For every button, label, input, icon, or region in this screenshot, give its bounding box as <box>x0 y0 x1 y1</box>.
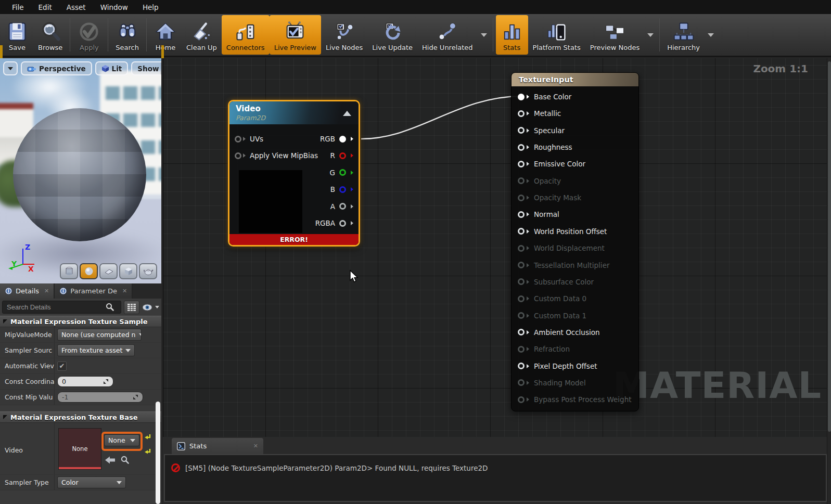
input-pin[interactable] <box>518 363 525 369</box>
output-pin[interactable] <box>339 186 346 193</box>
preview-shape-sphere-button[interactable] <box>80 263 98 279</box>
livepreview-button[interactable]: Live Preview <box>270 15 321 55</box>
scrollbar-thumb[interactable] <box>156 402 160 504</box>
input-pin[interactable] <box>518 211 525 218</box>
liveupdate-button[interactable]: Live Update <box>367 15 417 55</box>
material-pin-specular: Specular <box>518 122 634 139</box>
preview-shape-cube-button[interactable] <box>119 263 137 279</box>
cleanup-button[interactable]: Clean Up <box>182 15 222 55</box>
input-pin[interactable] <box>518 396 525 403</box>
output-pin[interactable] <box>339 136 346 143</box>
output-pin[interactable] <box>339 220 346 227</box>
numeric-field[interactable]: -1 <box>57 392 143 403</box>
stats-error-row[interactable]: [SM5] (Node TextureSampleParameter2D) Pa… <box>171 463 488 472</box>
hideunrelated-button[interactable]: Hide Unrelated <box>417 15 478 55</box>
output-pin[interactable] <box>339 152 346 159</box>
material-output-node[interactable]: TextureInput Base ColorMetallicSpecularR… <box>511 72 639 411</box>
browse-to-asset-icon[interactable] <box>121 456 129 464</box>
input-pin[interactable] <box>518 161 525 167</box>
material-node-header[interactable]: TextureInput <box>512 73 638 86</box>
close-icon[interactable]: ✕ <box>253 443 258 449</box>
chevron-down-icon[interactable] <box>647 33 654 37</box>
input-pin[interactable] <box>235 152 241 159</box>
hierarchy-button[interactable]: Hierarchy <box>662 15 705 55</box>
input-pin[interactable] <box>518 278 525 285</box>
graph-scrollbar[interactable] <box>827 58 831 504</box>
close-icon[interactable]: ✕ <box>122 288 127 294</box>
reset-to-default-icon[interactable] <box>145 433 151 441</box>
checkbox[interactable]: ✔ <box>57 361 67 371</box>
connectors-button[interactable]: Connectors <box>222 15 270 55</box>
preview-viewport[interactable]: Perspective Lit Show Z X Y <box>0 58 161 283</box>
preview-shape-plane-button[interactable] <box>99 263 118 279</box>
stats-button[interactable]: Stats <box>496 15 528 55</box>
browse-button[interactable]: Browse <box>33 15 67 55</box>
texture-thumbnail[interactable]: None <box>58 428 101 470</box>
input-pin[interactable] <box>518 295 525 302</box>
output-pin[interactable] <box>339 203 346 210</box>
output-pin[interactable] <box>339 169 346 176</box>
save-button[interactable]: Save <box>1 15 33 55</box>
menu-item-file[interactable]: File <box>5 1 31 14</box>
scrollbar-thumb[interactable] <box>828 61 831 432</box>
preview-shape-cylinder-button[interactable] <box>60 263 78 279</box>
menu-item-window[interactable]: Window <box>94 1 135 14</box>
input-pin[interactable] <box>518 228 525 235</box>
previewnodes-button[interactable]: Preview Nodes <box>585 15 644 55</box>
reset-to-default-icon[interactable] <box>145 448 151 455</box>
video-param2d-node[interactable]: Video Param2D UVsApply View MipBiasRGBRG… <box>228 100 360 247</box>
view-options-button[interactable] <box>142 304 159 311</box>
viewport-options-button[interactable] <box>3 61 18 75</box>
input-pin[interactable] <box>518 144 525 151</box>
use-selected-asset-icon[interactable] <box>105 456 116 464</box>
home-button[interactable]: Home <box>149 15 182 55</box>
dropdown-sampler-sourc[interactable]: From texture asset <box>57 344 135 356</box>
section-header[interactable]: Material Expression Texture Base <box>0 411 161 423</box>
numeric-field[interactable]: 0 <box>57 376 113 387</box>
chevron-down-icon[interactable] <box>708 33 714 37</box>
details-scrollbar[interactable] <box>156 402 160 504</box>
material-graph-canvas[interactable]: Zoom 1:1 MATERIAL Video Param2D UVsApply… <box>163 58 831 437</box>
hierarchy-label: Hierarchy <box>667 44 700 51</box>
input-pin[interactable] <box>518 195 525 201</box>
input-pin[interactable] <box>518 127 525 134</box>
input-pin[interactable] <box>518 177 525 184</box>
toolbar-separator <box>146 18 147 51</box>
stats-tab[interactable]: Stats ✕ <box>172 438 263 454</box>
input-pin[interactable] <box>518 262 525 268</box>
tab-parameter-de[interactable]: Parameter De✕ <box>55 283 133 299</box>
show-button[interactable]: Show <box>131 61 161 75</box>
menu-item-edit[interactable]: Edit <box>32 1 59 14</box>
input-pin[interactable] <box>518 245 525 252</box>
search-details-input[interactable] <box>2 301 121 314</box>
menu-item-help[interactable]: Help <box>136 1 165 14</box>
pin-label: Tessellation Multiplier <box>534 261 609 269</box>
video-output-a: A <box>330 198 353 215</box>
input-pin[interactable] <box>518 110 525 117</box>
livenodes-button[interactable]: Live Nodes <box>321 15 367 55</box>
input-pin[interactable] <box>518 379 525 386</box>
material-node-title: TextureInput <box>512 73 638 86</box>
dropdown-mipvaluemode[interactable]: None (use computed n <box>57 329 142 341</box>
input-pin[interactable] <box>518 312 525 319</box>
tab-details[interactable]: Details✕ <box>0 283 55 299</box>
chevron-down-icon[interactable] <box>481 33 487 37</box>
preview-shape-teapot-button[interactable] <box>139 263 157 279</box>
section-header[interactable]: Material Expression Texture Sample <box>0 316 161 327</box>
apply-label: Apply <box>80 44 99 51</box>
video-node-header[interactable]: Video Param2D <box>229 101 359 124</box>
input-pin[interactable] <box>518 329 525 335</box>
platformstats-button[interactable]: Platform Stats <box>528 15 585 55</box>
perspective-button[interactable]: Perspective <box>21 61 92 75</box>
close-icon[interactable]: ✕ <box>44 288 49 294</box>
property-matrix-button[interactable] <box>124 301 139 314</box>
menu-item-asset[interactable]: Asset <box>60 1 93 14</box>
input-pin[interactable] <box>235 136 241 143</box>
texture-asset-dropdown[interactable]: None <box>104 434 139 446</box>
collapse-node-icon[interactable] <box>343 111 351 116</box>
search-button[interactable]: Search <box>111 15 144 55</box>
dropdown-sampler-type[interactable]: Color <box>57 476 126 488</box>
input-pin[interactable] <box>518 94 525 100</box>
input-pin[interactable] <box>518 346 525 353</box>
lit-button[interactable]: Lit <box>95 61 129 75</box>
